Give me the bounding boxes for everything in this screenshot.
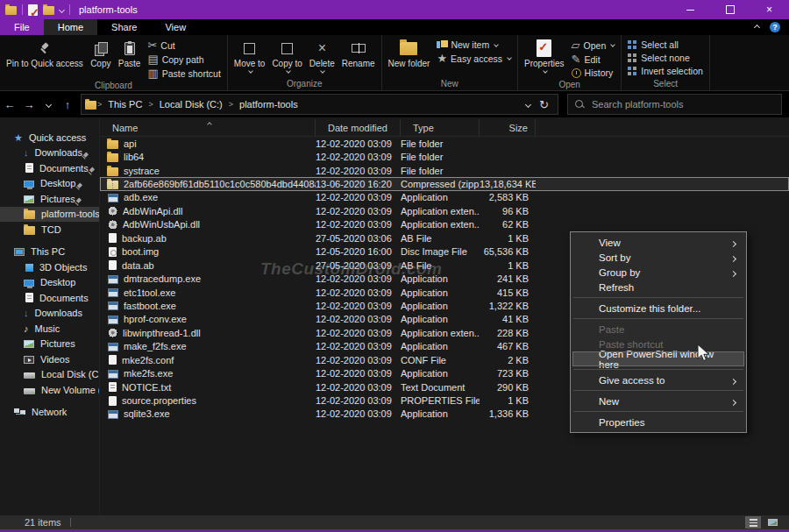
file-row-lib64[interactable]: lib6412-02-2020 03:09File folder <box>100 150 789 163</box>
file-row-systrace[interactable]: systrace12-02-2020 03:09File folder <box>100 164 789 177</box>
refresh-icon[interactable]: ↻ <box>539 98 549 111</box>
context-menu-item-sort-by[interactable]: Sort by <box>572 250 744 265</box>
dll-file-icon <box>108 328 117 337</box>
rename-icon <box>352 44 366 53</box>
sidebar-item-network[interactable]: Network <box>0 405 99 421</box>
file-type-cell: File folder <box>401 138 480 149</box>
open-button[interactable]: ▱Open <box>569 39 618 52</box>
back-button[interactable]: ← <box>0 95 19 114</box>
file-name-cell: data.ab <box>100 260 316 271</box>
file-row-adbwinapi-dll[interactable]: AdbWinApi.dll12-02-2020 03:09Application… <box>100 204 789 217</box>
sidebar-item-platform-tools[interactable]: platform-tools <box>0 207 99 223</box>
sidebar-item-tcd[interactable]: TCD <box>0 222 99 238</box>
column-header-date-modified[interactable]: Date modified <box>316 119 401 136</box>
sidebar-item-3d-objects[interactable]: 3D Objects <box>0 259 99 275</box>
file-name: etc1tool.exe <box>124 287 175 298</box>
tab-file[interactable]: File <box>0 19 44 35</box>
context-menu-item-give-access-to[interactable]: Give access to <box>572 372 744 387</box>
column-header-name[interactable]: Name <box>100 119 316 136</box>
sidebar-item-label: Music <box>35 323 60 334</box>
context-menu-item-customize-this-folder[interactable]: Customize this folder... <box>572 301 744 316</box>
tab-view[interactable]: View <box>151 19 200 35</box>
details-view-button[interactable] <box>745 516 761 528</box>
maximize-button[interactable] <box>710 0 750 19</box>
easyaccess-icon: ★ <box>437 53 447 64</box>
copy-path-button[interactable]: ▤Copy path <box>145 53 223 66</box>
breadcrumb-segment-platform-tools[interactable]: platform-tools <box>234 99 303 110</box>
up-button[interactable]: ↑ <box>58 95 77 114</box>
rename-button[interactable]: Rename <box>339 37 378 78</box>
minimize-button[interactable] <box>671 0 710 19</box>
select-none-button[interactable]: Select none <box>625 52 706 64</box>
properties-button[interactable]: Properties <box>522 37 567 79</box>
invert-selection-button[interactable]: Invert selection <box>625 65 706 77</box>
collapse-ribbon-icon[interactable] <box>754 24 760 30</box>
help-icon[interactable]: ? <box>770 22 780 32</box>
file-row-adbwinusbapi-dll[interactable]: AdbWinUsbApi.dll12-02-2020 03:09Applicat… <box>100 218 789 231</box>
sidebar-item-desktop[interactable]: Desktop <box>0 176 99 192</box>
delete-button[interactable]: ×Delete <box>307 37 338 78</box>
file-row-adb-exe[interactable]: adb.exe12-02-2020 03:09Application2,583 … <box>100 191 789 204</box>
copy-to-button[interactable]: Copy to <box>269 37 304 78</box>
qat-new-folder-icon[interactable] <box>43 6 54 15</box>
context-menu-item-view[interactable]: View <box>572 235 744 250</box>
new-folder-button[interactable]: New folder <box>386 37 433 78</box>
file-name-cell: dmtracedump.exe <box>100 273 316 284</box>
copy-button[interactable]: Copy <box>88 37 114 80</box>
new-item-button[interactable]: New item <box>434 39 514 51</box>
forward-button[interactable]: → <box>19 95 39 114</box>
file-row-2afb66e869bf61db5110c1c0c580b4dbd4408a6f-zip[interactable]: 2afb66e869bf61db5110c1c0c580b4dbd4408a6f… <box>100 177 789 190</box>
easy-access-button[interactable]: ★Easy access <box>434 52 514 65</box>
sidebar-item-desktop[interactable]: Desktop <box>0 275 99 291</box>
sidebar-item-downloads[interactable]: ↓Downloads <box>0 145 99 161</box>
cut-button[interactable]: ✂Cut <box>145 39 223 52</box>
breadcrumb-segment-local-disk-c[interactable]: Local Disk (C:) <box>154 99 228 110</box>
close-button[interactable]: × <box>750 0 789 19</box>
edit-button[interactable]: ✎Edit <box>569 53 618 66</box>
qat-properties-icon[interactable] <box>28 4 38 16</box>
column-headers: NameDate modifiedTypeSize <box>100 119 789 137</box>
sidebar-item-new-volume-d[interactable]: New Volume (D:) <box>0 382 99 398</box>
context-menu-item-properties[interactable]: Properties <box>572 415 744 429</box>
column-header-type[interactable]: Type <box>401 119 480 136</box>
context-menu-item-refresh[interactable]: Refresh <box>572 280 744 294</box>
sidebar-item-documents[interactable]: Documents <box>0 290 99 306</box>
thumbnails-view-button[interactable] <box>764 516 780 528</box>
search-input[interactable] <box>592 99 774 110</box>
sidebar-item-downloads[interactable]: ↓Downloads <box>0 306 99 322</box>
breadcrumb[interactable]: >This PC>Local Disk (C:)>platform-tools … <box>81 94 558 115</box>
sidebar-item-this-pc[interactable]: This PC <box>0 245 99 260</box>
paste-shortcut-button[interactable]: ▥Paste shortcut <box>145 67 223 80</box>
move-to-button[interactable]: Move to <box>231 37 268 78</box>
sidebar-item-quick-access[interactable]: ★Quick access <box>0 130 99 145</box>
history-button[interactable]: History <box>569 67 618 79</box>
sidebar-item-music[interactable]: ♪Music <box>0 321 99 337</box>
context-menu-item-group-by[interactable]: Group by <box>572 265 744 280</box>
column-header-size[interactable]: Size <box>480 119 536 136</box>
tab-share[interactable]: Share <box>97 19 151 35</box>
sidebar-item-label: New Volume (D:) <box>41 385 99 395</box>
breadcrumb-segment-this-pc[interactable]: This PC <box>103 99 147 110</box>
search-box[interactable] <box>567 94 782 115</box>
address-dropdown-icon[interactable] <box>525 101 531 107</box>
sidebar-item-pictures[interactable]: Pictures <box>0 191 99 207</box>
select-all-button[interactable]: Select all <box>625 39 706 51</box>
file-size-cell: 1,336 KB <box>480 408 536 419</box>
context-menu-item-label: Customize this folder... <box>599 303 700 314</box>
sidebar-item-local-disk-c[interactable]: Local Disk (C:) <box>0 367 99 383</box>
file-row-api[interactable]: api12-02-2020 03:09File folder <box>100 137 789 150</box>
sidebar-item-documents[interactable]: Documents <box>0 160 99 176</box>
paste-button[interactable]: Paste <box>116 37 144 80</box>
status-separator <box>70 518 71 527</box>
qat-customize-chevron-icon[interactable] <box>59 6 65 12</box>
dropdown-chevron-icon <box>610 42 615 47</box>
context-menu-item-label: New <box>599 396 619 407</box>
recent-locations-chevron-icon[interactable] <box>39 95 58 114</box>
context-menu-item-open-powershell-window-here[interactable]: Open PowerShell window here <box>572 351 744 366</box>
sidebar-item-videos[interactable]: Videos <box>0 351 99 367</box>
pin-to-quick-access-button[interactable]: Pin to Quick access <box>4 37 86 80</box>
context-menu-item-new[interactable]: New <box>572 394 744 408</box>
file-date-cell: 12-02-2020 03:09 <box>316 382 401 393</box>
sidebar-item-pictures[interactable]: Pictures <box>0 337 99 352</box>
tab-home[interactable]: Home <box>44 19 97 35</box>
